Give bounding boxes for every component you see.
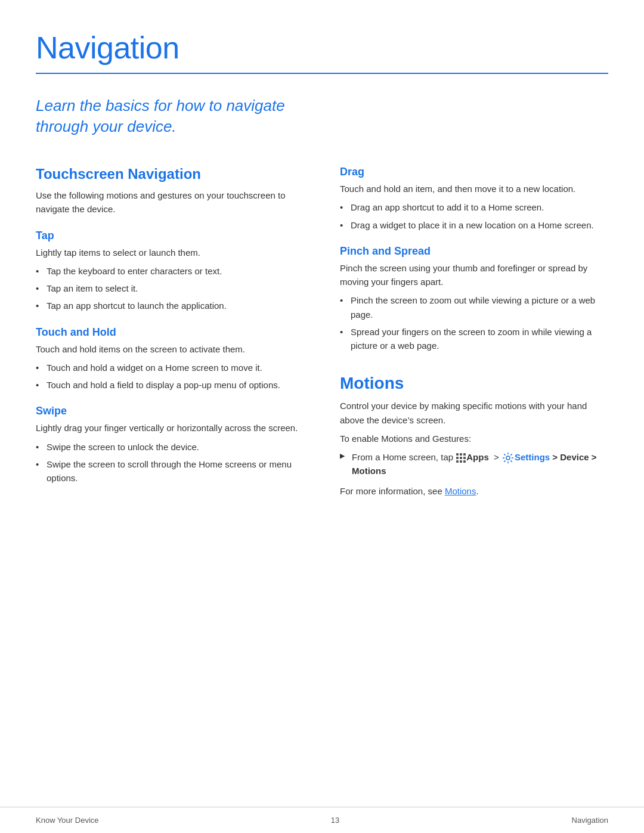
touch-and-hold-heading: Touch and Hold <box>36 326 304 339</box>
list-item: Tap an item to select it. <box>36 281 304 295</box>
list-item: Tap the keyboard to enter characters or … <box>36 264 304 278</box>
apps-dots-icon <box>456 453 466 463</box>
tap-body: Lightly tap items to select or launch th… <box>36 246 304 259</box>
apps-label: Apps <box>466 452 489 462</box>
two-column-layout: Touchscreen Navigation Use the following… <box>36 166 608 503</box>
list-item: Touch and hold a field to display a pop-… <box>36 378 304 392</box>
footer-left: Know Your Device <box>36 816 99 825</box>
pinch-spread-body: Pinch the screen using your thumb and fo… <box>340 261 608 289</box>
list-item: Swipe the screen to scroll through the H… <box>36 457 304 485</box>
main-content: Navigation Learn the basics for how to n… <box>0 0 644 807</box>
motions-link[interactable]: Motions <box>445 486 476 496</box>
swipe-body: Lightly drag your finger vertically or h… <box>36 421 304 435</box>
footer: Know Your Device 13 Navigation <box>0 807 644 833</box>
list-item: Tap an app shortcut to launch the applic… <box>36 299 304 312</box>
page-title: Navigation <box>36 30 608 66</box>
motions-instruction: From a Home screen, tap Apps > Settings … <box>340 450 608 478</box>
title-divider <box>36 73 608 74</box>
settings-gear-icon <box>502 452 514 464</box>
touchscreen-navigation-body: Use the following motions and gestures o… <box>36 188 304 216</box>
footer-page-number: 13 <box>331 816 339 825</box>
motions-heading: Motions <box>340 374 608 393</box>
page-container: Navigation Learn the basics for how to n… <box>0 0 644 833</box>
pinch-spread-heading: Pinch and Spread <box>340 245 608 258</box>
right-column: Drag Touch and hold an item, and then mo… <box>340 166 608 503</box>
touch-and-hold-body: Touch and hold items on the screen to ac… <box>36 342 304 356</box>
left-column: Touchscreen Navigation Use the following… <box>36 166 304 503</box>
list-item: Drag an app shortcut to add it to a Home… <box>340 200 608 214</box>
drag-body: Touch and hold an item, and then move it… <box>340 182 608 196</box>
intro-text: Learn the basics for how to navigate thr… <box>36 95 298 137</box>
settings-label: Settings <box>515 452 550 462</box>
list-item: Swipe the screen to unlock the device. <box>36 440 304 454</box>
swipe-bullets: Swipe the screen to unlock the device. S… <box>36 440 304 485</box>
swipe-heading: Swipe <box>36 405 304 417</box>
tap-heading: Tap <box>36 230 304 242</box>
motions-section: Motions Control your device by making sp… <box>340 374 608 498</box>
instruction-prefix: From a Home screen, tap <box>352 452 456 462</box>
motions-enable-label: To enable Motions and Gestures: <box>340 432 608 445</box>
touchscreen-navigation-heading: Touchscreen Navigation <box>36 166 304 182</box>
motions-more-prefix: For more information, see <box>340 486 445 496</box>
drag-heading: Drag <box>340 166 608 178</box>
footer-right: Navigation <box>572 816 608 825</box>
motions-more-info: For more information, see Motions. <box>340 484 608 498</box>
touch-hold-bullets: Touch and hold a widget on a Home screen… <box>36 361 304 392</box>
motions-more-suffix: . <box>476 486 478 496</box>
pinch-bullets: Pinch the screen to zoom out while viewi… <box>340 293 608 352</box>
motions-body: Control your device by making specific m… <box>340 399 608 427</box>
list-item: Drag a widget to place it in a new locat… <box>340 218 608 232</box>
list-item: Pinch the screen to zoom out while viewi… <box>340 293 608 321</box>
list-item: Spread your fingers on the screen to zoo… <box>340 325 608 353</box>
drag-bullets: Drag an app shortcut to add it to a Home… <box>340 200 608 232</box>
tap-bullets: Tap the keyboard to enter characters or … <box>36 264 304 313</box>
list-item: Touch and hold a widget on a Home screen… <box>36 361 304 374</box>
svg-point-0 <box>506 456 510 460</box>
